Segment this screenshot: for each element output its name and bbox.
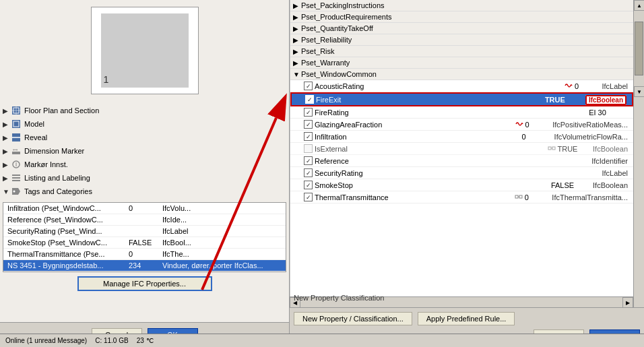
svg-rect-23 xyxy=(519,195,522,198)
expander-dimension[interactable]: ▶ xyxy=(3,148,11,155)
prop-acoustic-name: AcousticRating xyxy=(315,82,541,90)
tags-icon xyxy=(11,186,22,197)
pset-reliability-expander[interactable]: ▶ xyxy=(293,36,301,44)
scroll-down-arrow[interactable]: ▼ xyxy=(634,86,644,97)
tree-item-model[interactable]: ▶ Model xyxy=(0,117,289,131)
pset-reliability-name: Pset_Reliability xyxy=(301,36,352,44)
pset-row-glazing[interactable]: GlazingAreaFraction 0 IfcPositiveRatioMe… xyxy=(290,119,633,131)
pset-packing-expander[interactable]: ▶ xyxy=(293,2,301,9)
pset-row-thermal[interactable]: ThermalTransmittance 0 IfcThermalTransmi… xyxy=(290,191,633,203)
svg-rect-14 xyxy=(12,180,20,181)
check-smokestop[interactable] xyxy=(304,181,315,189)
row-security-type: IfcLabel xyxy=(162,227,189,235)
tree-item-listing[interactable]: ▶ Listing and Labeling xyxy=(0,171,289,185)
expander-markor[interactable]: ▶ xyxy=(3,161,11,168)
check-isexternal[interactable] xyxy=(304,144,315,153)
prop-smokestop-name: SmokeStop xyxy=(315,181,532,189)
vertical-scrollbar[interactable]: ▲ ▼ xyxy=(633,0,644,307)
pset-risk-expander[interactable]: ▶ xyxy=(293,48,301,55)
svg-rect-8 xyxy=(12,152,20,154)
scroll-up-arrow[interactable]: ▲ xyxy=(634,0,644,11)
pset-row-acoustic[interactable]: AcousticRating 0 IfcLabel xyxy=(290,80,633,92)
row-smokestop-name: SmokeStop (Pset_WindowC... xyxy=(7,239,129,247)
scroll-right-arrow[interactable]: ▶ xyxy=(622,297,633,307)
check-fireexit[interactable] xyxy=(305,95,316,104)
reveal-icon xyxy=(11,132,22,143)
check-reference[interactable] xyxy=(304,156,315,165)
tree-item-tags[interactable]: ▼ Tags and Categories xyxy=(0,185,289,198)
row-thermal-name: ThermalTransmittance (Pse... xyxy=(7,250,129,258)
pset-risk-name: Pset_Risk xyxy=(301,47,335,55)
pset-quantity-expander[interactable]: ▶ xyxy=(293,25,301,32)
markor-icon xyxy=(11,159,22,170)
expander-listing[interactable]: ▶ xyxy=(3,175,11,182)
scroll-left-arrow[interactable]: ◀ xyxy=(290,297,300,307)
row-ns3451-value: 234 xyxy=(129,261,162,270)
expander-tags[interactable]: ▼ xyxy=(3,188,11,195)
pset-row-smokestop[interactable]: SmokeStop FALSE IfcBoolean xyxy=(290,179,633,191)
expander-floor-plan[interactable]: ▶ xyxy=(3,107,11,115)
property-list: Infiltration (Pset_WindowC... 0 IfcVolu.… xyxy=(3,202,286,272)
check-security[interactable] xyxy=(304,168,315,177)
list-row-ns3451[interactable]: NS 3451 - Bygningsdelstab... 234 Vinduer… xyxy=(3,260,286,272)
pset-packing-header[interactable]: ▶ Pset_PackingInstructions xyxy=(290,0,633,11)
pset-warranty-expander[interactable]: ▶ xyxy=(293,59,301,67)
row-smokestop-value: FALSE xyxy=(129,239,162,247)
prop-security-name: SecurityRating xyxy=(315,169,541,177)
pset-window-common-header[interactable]: ▼ Pset_WindowCommon xyxy=(290,69,633,80)
pset-row-isexternal[interactable]: IsExternal TRUE IfcBoolean xyxy=(290,143,633,155)
list-row-security[interactable]: SecurityRating (Pset_Wind... IfcLabel xyxy=(3,226,286,237)
prop-firerating-value: EI 30 xyxy=(567,108,628,117)
expander-model[interactable]: ▶ xyxy=(3,121,11,128)
scroll-thumb[interactable] xyxy=(635,22,643,75)
check-firerating[interactable] xyxy=(304,108,315,117)
row-infiltration-type: IfcVolu... xyxy=(162,204,191,212)
svg-text:⟺: ⟺ xyxy=(13,148,18,152)
prop-firerating-name: FireRating xyxy=(315,108,567,117)
check-glazing[interactable] xyxy=(304,120,315,129)
pset-row-reference[interactable]: Reference IfcIdentifier xyxy=(290,155,633,167)
markor-label: Markør Innst. xyxy=(24,160,68,168)
prop-glazing-name: GlazingAreaFraction xyxy=(315,121,492,129)
pset-row-security[interactable]: SecurityRating IfcLabel xyxy=(290,167,633,179)
pset-product-header[interactable]: ▶ Pset_ProductRequirements xyxy=(290,11,633,23)
prop-reference-type: IfcIdentifier xyxy=(591,157,628,165)
scroll-track[interactable] xyxy=(300,297,622,307)
pset-product-expander[interactable]: ▶ xyxy=(293,13,301,21)
tree-item-markor[interactable]: ▶ Markør Innst. xyxy=(0,158,289,171)
prop-thermal-name: ThermalTransmittance xyxy=(315,193,491,201)
pset-risk-header[interactable]: ▶ Pset_Risk xyxy=(290,46,633,57)
prop-infiltration-name: Infiltration xyxy=(315,133,494,141)
pset-row-firerating[interactable]: FireRating EI 30 xyxy=(290,106,633,119)
listing-label: Listing and Labeling xyxy=(24,174,90,182)
tree-item-dimension[interactable]: ▶ ⟺ Dimension Marker xyxy=(0,144,289,158)
list-row-smokestop[interactable]: SmokeStop (Pset_WindowC... FALSE IfcBool… xyxy=(3,237,286,249)
list-row-thermal[interactable]: ThermalTransmittance (Pse... 0 IfcThe... xyxy=(3,249,286,260)
apply-predefined-button[interactable]: Apply Predefined Rule... xyxy=(418,312,515,325)
new-property-button[interactable]: New Property / Classification... xyxy=(294,312,412,325)
pset-row-infiltration[interactable]: Infiltration 0 IfcVolumetricFlowRa... xyxy=(290,131,633,143)
pset-window-common-expander[interactable]: ▼ xyxy=(293,71,301,78)
check-thermal[interactable] xyxy=(304,193,315,201)
horizontal-scrollbar[interactable]: ◀ ▶ xyxy=(290,296,633,307)
model-icon xyxy=(11,119,22,129)
row-thermal-value: 0 xyxy=(129,250,162,258)
pset-row-fireexit[interactable]: FireExit TRUE IfcBoolean xyxy=(290,92,633,106)
check-acoustic[interactable] xyxy=(304,82,315,90)
prop-smokestop-type: IfcBoolean xyxy=(593,181,628,189)
pset-reliability-header[interactable]: ▶ Pset_Reliability xyxy=(290,34,633,46)
row-infiltration-name: Infiltration (Pset_WindowC... xyxy=(7,204,129,212)
expander-reveal[interactable]: ▶ xyxy=(3,134,11,141)
check-infiltration[interactable] xyxy=(304,132,315,141)
tree-item-reveal[interactable]: ▶ Reveal xyxy=(0,131,289,144)
pset-reliability: ▶ Pset_Reliability xyxy=(290,34,633,46)
list-row-infiltration[interactable]: Infiltration (Pset_WindowC... 0 IfcVolu.… xyxy=(3,203,286,214)
prop-thermal-value: 0 xyxy=(491,193,552,201)
manage-ifc-button[interactable]: Manage IFC Properties... xyxy=(77,276,212,291)
tree-item-floor-plan[interactable]: ▶ Floor Plan and Section xyxy=(0,104,289,117)
prop-isexternal-type: IfcBoolean xyxy=(593,145,628,153)
pset-quantity-header[interactable]: ▶ Pset_QuantityTakeOff xyxy=(290,23,633,34)
dimension-label: Dimension Marker xyxy=(24,147,84,155)
pset-warranty-header[interactable]: ▶ Pset_Warranty xyxy=(290,57,633,69)
list-row-reference[interactable]: Reference (Pset_WindowC... IfcIde... xyxy=(3,214,286,226)
